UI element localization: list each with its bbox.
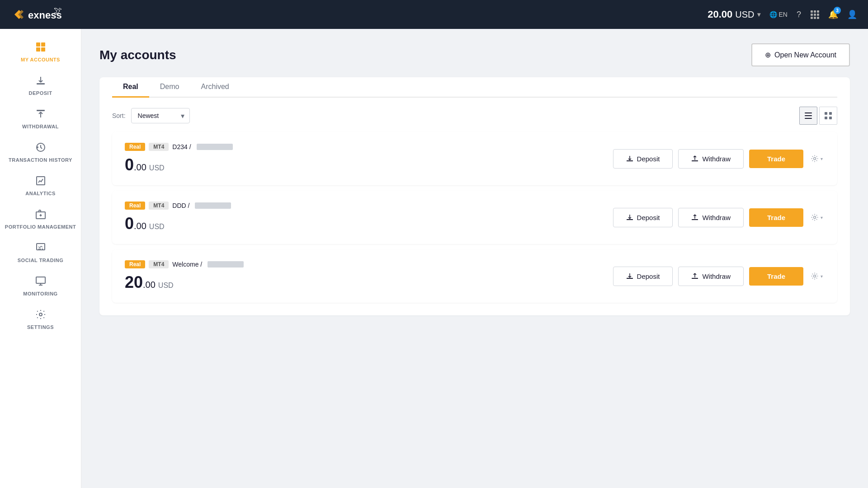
user-icon: 👤 [847, 9, 857, 19]
account-1-mt4-badge: MT4 [149, 143, 169, 151]
svg-rect-16 [37, 110, 45, 111]
svg-rect-29 [829, 112, 832, 115]
account-2-trade-button[interactable]: Trade [749, 208, 803, 227]
account-2-withdraw-button[interactable]: Withdraw [678, 208, 744, 227]
account-card-3: Real MT4 Welcome / 20 .00 USD [112, 249, 837, 303]
account-1-withdraw-button[interactable]: Withdraw [678, 149, 744, 169]
sidebar-label-withdrawal: WITHDRAWAL [22, 124, 59, 129]
svg-rect-32 [627, 160, 633, 161]
svg-rect-38 [627, 278, 633, 279]
balance-currency: USD [735, 9, 754, 20]
account-3-balance-dec: .00 [143, 280, 156, 290]
main-header: exness 🕊 20.00 USD ▾ 🌐 EN ? [0, 0, 868, 29]
profile-button[interactable]: 👤 [847, 9, 857, 19]
svg-point-24 [39, 313, 42, 316]
account-2-name: DDD / [172, 202, 189, 209]
sidebar-label-analytics: ANALYTICS [25, 191, 55, 196]
account-2-badges: Real MT4 DDD / [125, 202, 231, 210]
svg-rect-13 [36, 47, 40, 52]
sidebar-item-transaction-history[interactable]: TRANSACTION HISTORY [0, 136, 81, 168]
help-icon: ? [797, 10, 801, 19]
gear-chevron-icon-3: ▾ [821, 274, 823, 279]
lang-label: EN [779, 11, 788, 18]
account-2-id [195, 202, 231, 209]
apps-button[interactable] [810, 10, 819, 19]
svg-rect-39 [692, 278, 698, 279]
account-card-1: Real MT4 D234 / 0 .00 USD [112, 132, 837, 185]
account-3-settings-button[interactable]: ▾ [809, 270, 825, 282]
sidebar-item-analytics[interactable]: ANALYTICS [0, 170, 81, 202]
balance-chevron-icon: ▾ [757, 11, 760, 18]
svg-rect-5 [811, 14, 813, 16]
sidebar: MY ACCOUNTS DEPOSIT WITHDRAWAL [0, 29, 81, 488]
sidebar-item-monitoring[interactable]: MONITORING [0, 270, 81, 302]
account-1-left: Real MT4 D234 / 0 .00 USD [125, 143, 233, 174]
sort-bar: Sort: Newest Oldest Balance [112, 98, 837, 132]
view-toggle [799, 107, 837, 125]
svg-rect-9 [814, 17, 816, 19]
svg-rect-4 [817, 10, 819, 13]
open-new-account-button[interactable]: ⊕ Open New Account [751, 43, 850, 66]
sidebar-label-deposit: DEPOSIT [29, 90, 52, 96]
logo[interactable]: exness 🕊 [11, 6, 65, 23]
svg-rect-27 [805, 118, 812, 119]
sidebar-item-deposit[interactable]: DEPOSIT [0, 70, 81, 101]
page-title: My accounts [99, 48, 176, 62]
account-3-name: Welcome / [172, 261, 202, 268]
account-2-settings-button[interactable]: ▾ [809, 211, 825, 223]
account-1-deposit-button[interactable]: Deposit [613, 149, 673, 169]
sort-label: Sort: [112, 112, 126, 119]
account-3-deposit-button[interactable]: Deposit [613, 267, 673, 286]
sidebar-item-social-trading[interactable]: SOCIAL TRADING [0, 237, 81, 268]
settings-icon [35, 309, 46, 323]
account-2-balance-dec: .00 [134, 221, 146, 231]
language-selector[interactable]: 🌐 EN [769, 11, 788, 18]
svg-point-40 [814, 275, 816, 277]
list-view-button[interactable] [799, 107, 817, 125]
notifications-button[interactable]: 🔔 3 [828, 9, 838, 19]
account-2-left: Real MT4 DDD / 0 .00 USD [125, 202, 231, 233]
account-1-settings-button[interactable]: ▾ [809, 153, 825, 164]
tab-real[interactable]: Real [112, 77, 149, 98]
account-1-name: D234 / [172, 143, 191, 150]
balance-amount: 20.00 [708, 9, 732, 20]
balance-display[interactable]: 20.00 USD ▾ [708, 9, 760, 20]
svg-rect-36 [692, 219, 698, 220]
account-2-balance: 0 .00 USD [125, 214, 231, 233]
social-trading-icon [35, 242, 46, 256]
deposit-icon-3 [626, 272, 633, 280]
sidebar-item-withdrawal[interactable]: WITHDRAWAL [0, 103, 81, 135]
withdraw-icon [691, 155, 698, 162]
sidebar-label-social-trading: SOCIAL TRADING [18, 258, 64, 263]
sidebar-item-settings[interactable]: SETTINGS [0, 304, 81, 335]
sort-select[interactable]: Newest Oldest Balance [131, 108, 190, 123]
svg-rect-15 [37, 83, 45, 84]
account-2-balance-int: 0 [125, 214, 134, 233]
sidebar-label-monitoring: MONITORING [23, 291, 57, 296]
sidebar-label-portfolio-management: PORTFOLIO MANAGEMENT [5, 224, 76, 230]
plus-circle-icon: ⊕ [765, 51, 771, 59]
svg-text:🕊: 🕊 [54, 6, 62, 15]
account-1-trade-button[interactable]: Trade [749, 150, 803, 168]
svg-rect-2 [811, 10, 813, 13]
account-2-deposit-button[interactable]: Deposit [613, 208, 673, 227]
tab-archived[interactable]: Archived [190, 77, 240, 98]
help-button[interactable]: ? [797, 10, 801, 19]
svg-rect-11 [36, 42, 40, 47]
grid-view-button[interactable] [819, 107, 837, 125]
grid-view-icon [825, 112, 832, 119]
sidebar-item-portfolio-management[interactable]: PORTFOLIO MANAGEMENT [0, 203, 81, 235]
account-1-balance: 0 .00 USD [125, 155, 233, 174]
list-view-icon [805, 112, 812, 119]
svg-rect-30 [825, 117, 827, 119]
account-3-id [208, 261, 244, 267]
account-3-trade-button[interactable]: Trade [749, 267, 803, 286]
svg-rect-7 [817, 14, 819, 16]
account-2-mt4-badge: MT4 [149, 202, 169, 210]
account-2-balance-cur: USD [149, 223, 165, 231]
account-3-mt4-badge: MT4 [149, 260, 169, 268]
tab-demo[interactable]: Demo [149, 77, 190, 98]
sidebar-item-my-accounts[interactable]: MY ACCOUNTS [0, 36, 81, 68]
notification-badge: 3 [834, 7, 841, 14]
account-3-withdraw-button[interactable]: Withdraw [678, 267, 744, 286]
